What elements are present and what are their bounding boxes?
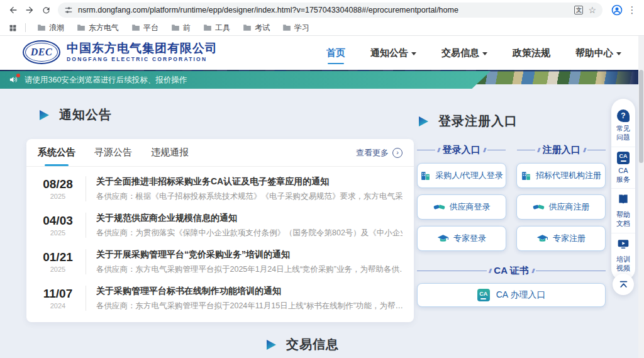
ca-apply-button[interactable]: CA CA 办理入口 — [417, 283, 606, 307]
folder-icon — [131, 24, 140, 31]
quick-links-panel: ? 常见问题 CA CA服务 帮助文档 培训视频 — [611, 99, 635, 281]
folder-icon — [243, 24, 252, 31]
section-arrow-icon — [38, 109, 50, 121]
apps-grid-button[interactable] — [6, 21, 19, 34]
handshake-icon — [433, 201, 445, 213]
company-name-en: DONGFANG ELECTRIC CORPORATION — [67, 56, 218, 62]
faq-item[interactable]: ? 常见问题 — [611, 105, 635, 147]
tab-violation-reports[interactable]: 违规通报 — [151, 139, 189, 166]
back-to-top-icon — [618, 279, 629, 290]
translate-icon[interactable]: 文 — [574, 6, 583, 14]
back-to-top-button[interactable] — [613, 274, 634, 295]
chevron-down-icon — [411, 52, 416, 55]
section-arrow-icon — [417, 115, 430, 128]
login-section-title: 登录注册入口 — [417, 113, 518, 130]
expert-login-button[interactable]: 专家登录 — [417, 226, 506, 251]
profile-button[interactable] — [609, 2, 625, 18]
bookmark-folder-exam[interactable]: 考试 — [238, 21, 275, 35]
nav-item-home[interactable]: 首页 — [326, 36, 345, 70]
browser-toolbar: nsrm.dongfang.com/platform/runtime/epp/d… — [0, 0, 644, 20]
login-button-column: 采购人/代理人登录 供应商登录 专家登录 — [417, 163, 506, 251]
alert-bar: 请使用360安全浏览器进行后续投标、报价操作 — [0, 71, 491, 89]
folder-icon — [282, 24, 291, 31]
bookmark-star-icon[interactable]: ☆ — [588, 6, 596, 14]
tab-system-notices[interactable]: 系统公告 — [38, 139, 75, 166]
bookmark-folder-tools[interactable]: 工具 — [198, 21, 235, 35]
notice-item[interactable]: 11/07 2024 关于采购管理平台标书在线制作功能培训的通知 各供应商：东方… — [38, 280, 402, 316]
ca-icon: CA — [617, 152, 630, 164]
notice-desc: 各供应商：根据《电子招标投标系统技术规范》《电子采购交易规范》要求，东方电气采购… — [96, 191, 402, 202]
notice-desc: 各供应商：为贯彻落实《保障中小企业款项支付条例》（国务院令第802号）及《中小企… — [96, 228, 402, 238]
bookmark-folder-dongfang[interactable]: 东方电气 — [72, 21, 124, 35]
ca-icon: CA — [477, 289, 490, 301]
notice-title[interactable]: 关于全面推进非招标采购业务CA认证及电子签章应用的通知 — [96, 176, 402, 187]
nav-item-help-center[interactable]: 帮助中心 — [575, 36, 621, 70]
chevron-down-icon — [482, 52, 487, 55]
tab-sourcing-notices[interactable]: 寻源公告 — [94, 139, 132, 166]
url-text[interactable]: nsrm.dongfang.com/platform/runtime/epp/d… — [78, 6, 569, 14]
supplier-login-button[interactable]: 供应商登录 — [417, 194, 506, 220]
register-entry-header: 注册入口 — [517, 144, 606, 156]
notice-date: 04/03 2025 — [38, 214, 78, 237]
main-nav: 首页 通知公告 交易信息 政策法规 帮助中心 — [326, 36, 621, 70]
bidding-agency-register-button[interactable]: 招标代理机构注册 — [516, 163, 606, 188]
question-icon: ? — [617, 109, 630, 122]
bookmark-folder-front[interactable]: 前 — [166, 21, 196, 35]
back-button[interactable] — [5, 2, 21, 18]
folder-icon — [171, 24, 180, 31]
dec-logo-icon: DEC — [23, 40, 60, 64]
document-icon — [617, 193, 630, 208]
graduate-cap-icon — [437, 233, 449, 245]
expert-register-button[interactable]: 专家注册 — [516, 226, 606, 251]
login-register-headers: 登录入口 注册入口 — [417, 144, 606, 156]
notices-section-title: 通知公告 — [38, 106, 112, 123]
refresh-button[interactable] — [38, 2, 54, 18]
ca-service-item[interactable]: CA CA服务 — [611, 147, 635, 189]
forward-icon — [25, 5, 35, 15]
nav-item-policies[interactable]: 政策法规 — [513, 36, 550, 70]
purchaser-agent-login-button[interactable]: 采购人/代理人登录 — [417, 163, 506, 188]
view-more-link[interactable]: 查看更多 › — [356, 147, 402, 159]
nav-item-trade-info[interactable]: 交易信息 — [441, 36, 487, 70]
trade-section-title: 交易信息 — [0, 336, 604, 353]
forward-button[interactable] — [21, 2, 38, 18]
page-viewport: DEC 中国东方电气集团有限公司 DONGFANG ELECTRIC CORPO… — [0, 36, 644, 358]
bookmark-folder-study[interactable]: 学习 — [277, 21, 314, 35]
notice-title[interactable]: 关于采购管理平台标书在线制作功能培训的通知 — [96, 286, 402, 297]
scrollbar-thumb[interactable] — [639, 70, 643, 163]
supplier-register-button[interactable]: 供应商注册 — [516, 194, 606, 220]
chevron-down-icon — [616, 52, 621, 55]
notice-item[interactable]: 04/03 2025 关于规范供应商企业规模信息的通知 各供应商：为贯彻落实《保… — [38, 207, 402, 243]
folder-icon — [203, 24, 212, 31]
back-icon — [8, 5, 18, 15]
bookmarks-bar: 浪潮 东方电气 平台 前 工具 考试 学习 — [0, 20, 644, 36]
handshake-icon — [533, 201, 545, 213]
profile-icon — [611, 4, 623, 16]
bookmark-folder-platform[interactable]: 平台 — [126, 21, 164, 35]
site-settings-icon[interactable] — [64, 6, 73, 14]
site-header: DEC 中国东方电气集团有限公司 DONGFANG ELECTRIC CORPO… — [0, 36, 644, 70]
circle-chevron-right-icon: › — [392, 148, 402, 158]
notice-date: 11/07 2024 — [38, 287, 78, 310]
notice-date: 08/28 2025 — [38, 177, 78, 200]
divider — [86, 249, 86, 274]
site-logo[interactable]: DEC 中国东方电气集团有限公司 DONGFANG ELECTRIC CORPO… — [23, 40, 218, 64]
notice-item[interactable]: 08/28 2025 关于全面推进非招标采购业务CA认证及电子签章应用的通知 各… — [38, 171, 402, 207]
bookmark-folder-langchao[interactable]: 浪潮 — [32, 21, 69, 35]
notice-title[interactable]: 关于开展采购管理平台“竞价采购业务”培训的通知 — [96, 249, 402, 260]
url-bar[interactable]: nsrm.dongfang.com/platform/runtime/epp/d… — [58, 3, 602, 18]
help-docs-item[interactable]: 帮助文档 — [611, 188, 635, 233]
notice-title[interactable]: 关于规范供应商企业规模信息的通知 — [96, 213, 402, 224]
notice-item[interactable]: 01/21 2025 关于开展采购管理平台“竞价采购业务”培训的通知 各供应商：… — [38, 243, 402, 280]
page-scrollbar[interactable] — [638, 36, 644, 358]
training-videos-item[interactable]: 培训视频 — [611, 233, 635, 277]
building-icon — [521, 171, 531, 181]
notice-desc: 各供应商：东方电气采购管理平台拟于2024年11月15日上线“标书在线制作”功能… — [96, 301, 402, 311]
graduate-cap-icon — [536, 233, 548, 245]
nav-item-notices[interactable]: 通知公告 — [370, 36, 416, 70]
folder-icon — [77, 24, 86, 31]
refresh-icon — [42, 6, 51, 15]
browser-menu-button[interactable]: ⋮ — [625, 2, 639, 18]
bookmarks-separator — [25, 23, 26, 32]
building-icon — [420, 171, 431, 181]
